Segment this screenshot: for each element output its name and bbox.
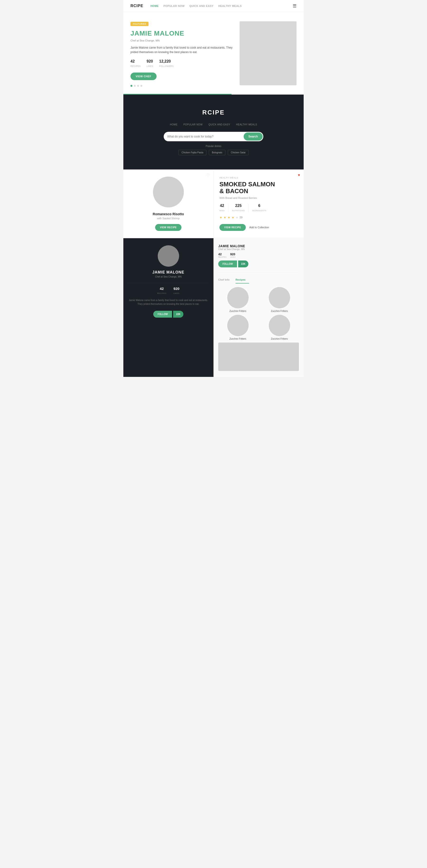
hero-chef-name: JAMIE MALONE bbox=[131, 30, 232, 37]
recipe-card-featured: ♥ HEALTY MEALS SMOKED SALMON & BACON Wit… bbox=[214, 169, 304, 238]
view-recipe-button-left[interactable]: VIEW RECIPE bbox=[155, 224, 181, 231]
chef-stat-recipes-dark: 42 RECIPES bbox=[157, 286, 167, 295]
follow-count-dark: 22K bbox=[173, 311, 183, 318]
dish-tag-2[interactable]: Chicken Satai bbox=[228, 150, 249, 155]
view-chef-button[interactable]: VIEW CHEF bbox=[131, 72, 156, 80]
chef-profile-stat-recipes: 42 RECIPES bbox=[218, 252, 227, 258]
navbar: RCIPE HOME POPULAR NOW QUICK AND EASY HE… bbox=[123, 0, 304, 12]
chef-profile-stats: 42 RECIPES 920 LIKES bbox=[218, 252, 248, 258]
recipe-card-left: ♡ Romanesco Risotto with Sauted Shrimp V… bbox=[123, 169, 214, 238]
hero-content: FEATURED JAMIE MALONE Chef at Sea Change… bbox=[131, 21, 232, 87]
search-section: RCIPE HOME POPULAR NOW QUICK AND EASY HE… bbox=[123, 95, 304, 169]
recipe-thumb-0: Zucchini Fritters bbox=[218, 287, 257, 312]
search-nav-home[interactable]: HOME bbox=[170, 123, 177, 126]
dot-2[interactable] bbox=[134, 85, 136, 87]
add-collection-link[interactable]: Add to Collection bbox=[249, 226, 269, 229]
chef-profile-follow-group: FOLLOW 22K bbox=[218, 260, 248, 267]
chef-stats-dark: 42 RECIPES 920 LIKES bbox=[128, 283, 208, 295]
recipe-meta-mins: 42 MINS bbox=[220, 204, 228, 212]
recipe-thumb-2: Zucchini Fritters bbox=[218, 315, 257, 340]
follow-button-profile[interactable]: FOLLOW bbox=[218, 260, 237, 267]
recipe-thumb-image-1 bbox=[269, 287, 290, 308]
search-nav: HOME POPULAR NOW QUICK AND EASY HEALTHY … bbox=[131, 123, 296, 126]
recipe-thumb-label-2: Zucchini Fritters bbox=[229, 338, 246, 340]
search-nav-healthymeals[interactable]: HEALTHY MEALS bbox=[236, 123, 257, 126]
navbar-link-home[interactable]: HOME bbox=[150, 4, 159, 7]
star-4[interactable]: ★ bbox=[231, 216, 234, 219]
navbar-link-quickeasy[interactable]: QUICK AND EASY bbox=[189, 4, 214, 7]
hamburger-icon[interactable]: ☰ bbox=[293, 3, 296, 8]
chef-profile-subtitle: Chef at Sea Change, MN bbox=[218, 248, 248, 251]
chef-subtitle-dark: Chef at Sea Change, MN bbox=[155, 275, 182, 278]
dot-3[interactable] bbox=[137, 85, 139, 87]
recipe-thumb-1: Zucchini Fritters bbox=[260, 287, 299, 312]
recipe-meta-nutritions: 225 NUTRITIONS bbox=[232, 204, 249, 212]
rating-count: 29 bbox=[239, 216, 243, 219]
tab-chef-info[interactable]: Chef Info bbox=[218, 277, 233, 283]
recipe-image-circle bbox=[153, 177, 184, 208]
search-button[interactable]: Search bbox=[244, 132, 263, 141]
chef-profile-name: JAMIE MALONE bbox=[218, 244, 248, 248]
recipe-thumb-label-3: Zucchini Fritters bbox=[271, 338, 288, 340]
featured-category: HEALTY MEALS bbox=[220, 177, 298, 179]
follow-count-profile: 22K bbox=[238, 260, 248, 267]
featured-badge: FEATURED bbox=[131, 22, 148, 26]
chef-name-dark: JAMIE MALONE bbox=[152, 270, 184, 275]
hero-stats: 42 RECIPES 920 LIKES 12,220 FOLLOWERS bbox=[131, 59, 232, 68]
stars-row: ★ ★ ★ ★ ★ 29 bbox=[220, 216, 298, 219]
view-recipe-button-featured[interactable]: VIEW RECIPE bbox=[220, 224, 246, 231]
dot-4[interactable] bbox=[140, 85, 142, 87]
recipe-thumb-image-0 bbox=[227, 287, 249, 308]
star-3[interactable]: ★ bbox=[227, 216, 230, 219]
chef-profile-card: JAMIE MALONE Chef at Sea Change, MN 42 R… bbox=[214, 238, 304, 377]
dishes-tags: Chicken Fajita Pasta Bolognais Chicken S… bbox=[131, 150, 296, 155]
hero-dots bbox=[131, 85, 232, 87]
recipe-thumb-image-2 bbox=[227, 315, 249, 336]
search-nav-quickeasy[interactable]: QUICK AND EASY bbox=[208, 123, 230, 126]
hero-image bbox=[239, 21, 296, 85]
star-5[interactable]: ★ bbox=[235, 216, 238, 219]
hero-stat-followers: 12,220 FOLLOWERS bbox=[159, 59, 174, 68]
tab-recipes[interactable]: Recipes bbox=[235, 277, 249, 283]
dot-1[interactable] bbox=[131, 85, 132, 87]
navbar-logo: RCIPE bbox=[131, 4, 143, 8]
featured-recipe-title: SMOKED SALMON & BACON bbox=[220, 181, 298, 194]
hero-stat-likes: 920 LIKES bbox=[147, 59, 153, 68]
recipe-actions: VIEW RECIPE Add to Collection bbox=[220, 224, 298, 231]
recipe-meta: 42 MINS 225 NUTRITIONS 6 INGREDIENTS bbox=[220, 204, 298, 212]
star-1[interactable]: ★ bbox=[220, 216, 222, 219]
navbar-link-healthymeals[interactable]: HEALTHY MEALS bbox=[218, 4, 242, 7]
featured-recipe-subtitle: With Bread and Roasted Berries bbox=[220, 196, 298, 199]
heart-icon-left[interactable]: ♡ bbox=[206, 173, 210, 178]
recipe-thumb-label-1: Zucchini Fritters bbox=[271, 310, 288, 312]
hero-description: Jamie Malone came from a family that lov… bbox=[131, 45, 232, 55]
large-recipe-thumb bbox=[218, 342, 299, 371]
chef-tabs: Chef Info Recipes bbox=[218, 277, 299, 283]
chef-profile-info: JAMIE MALONE Chef at Sea Change, MN 42 R… bbox=[218, 244, 248, 267]
chef-description-dark: Jamie Malone came from a family that lov… bbox=[128, 299, 208, 306]
dish-tag-0[interactable]: Chicken Fajita Pasta bbox=[178, 150, 206, 155]
chef-profile-stat-likes: 920 LIKES bbox=[230, 252, 235, 258]
recipe-meta-ingredients: 6 INGREDIENTS bbox=[252, 204, 270, 212]
recipe-title-left: Romanesco Risotto bbox=[153, 212, 184, 216]
recipes-thumbnails: Zucchini Fritters Zucchini Fritters Zucc… bbox=[218, 287, 299, 340]
hero-stat-recipes: 42 RECIPES bbox=[131, 59, 141, 68]
recipe-thumb-3: Zucchini Fritters bbox=[260, 315, 299, 340]
chef-card-dark: JAMIE MALONE Chef at Sea Change, MN 42 R… bbox=[123, 238, 214, 377]
search-input[interactable] bbox=[167, 132, 243, 141]
search-section-logo: RCIPE bbox=[131, 109, 296, 116]
navbar-link-popular[interactable]: POPULAR NOW bbox=[164, 4, 184, 7]
navbar-links: HOME POPULAR NOW QUICK AND EASY HEALTHY … bbox=[150, 4, 293, 7]
dish-tag-1[interactable]: Bolognais bbox=[209, 150, 225, 155]
cards-grid: ♡ Romanesco Risotto with Sauted Shrimp V… bbox=[123, 169, 304, 377]
chef-stat-likes-dark: 920 LIKES bbox=[173, 286, 179, 295]
star-2[interactable]: ★ bbox=[224, 216, 226, 219]
recipe-thumb-label-0: Zucchini Fritters bbox=[229, 310, 246, 312]
search-nav-popular[interactable]: POPULAR NOW bbox=[183, 123, 203, 126]
chef-profile-header: JAMIE MALONE Chef at Sea Change, MN 42 R… bbox=[218, 244, 299, 272]
heart-icon-featured[interactable]: ♥ bbox=[298, 173, 300, 177]
recipe-subtitle-left: with Sauted Shrimp bbox=[157, 217, 179, 220]
follow-button-dark[interactable]: FOLLOW bbox=[153, 311, 172, 318]
hero-section: FEATURED JAMIE MALONE Chef at Sea Change… bbox=[123, 12, 304, 94]
chef-avatar bbox=[158, 245, 179, 267]
